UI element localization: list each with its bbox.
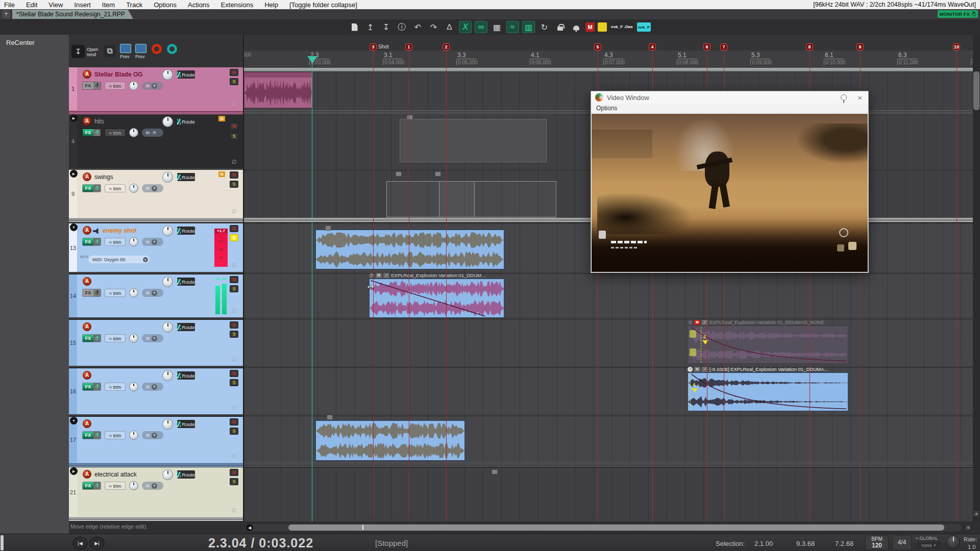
phase-button[interactable]: ∅ — [230, 262, 238, 269]
metronome-icon[interactable]: ∆ — [443, 21, 456, 33]
collapse-icon[interactable]: ▶ — [70, 467, 78, 475]
horizontal-scroll-thumb[interactable] — [288, 524, 944, 531]
open-project-icon[interactable]: ↥ — [364, 21, 377, 33]
input-selector[interactable]: in▼ — [142, 431, 163, 439]
pan-knob[interactable] — [162, 116, 173, 127]
record-arm-badge[interactable]: A — [83, 117, 91, 126]
solo-button[interactable]: S — [230, 379, 238, 386]
menu-track[interactable]: Track — [126, 1, 142, 9]
route-button[interactable]: Route — [177, 323, 195, 331]
pan-knob[interactable] — [162, 469, 173, 480]
record-arm-badge[interactable]: A — [83, 277, 91, 286]
menu-help[interactable]: Help — [264, 1, 278, 9]
trim-button[interactable]: ≈trim — [105, 129, 126, 137]
menu-options[interactable]: Options — [154, 1, 177, 9]
item-grouping-icon[interactable]: ∞ — [475, 21, 487, 33]
record-arm-badge[interactable]: A — [83, 226, 91, 235]
arrange-lane-21[interactable] — [244, 467, 973, 517]
trim-knob[interactable] — [129, 128, 138, 137]
media-item-track1[interactable] — [244, 72, 312, 108]
collapse-icon[interactable]: ▶ — [70, 114, 78, 122]
item-handle[interactable] — [327, 415, 333, 420]
zoom-in-button[interactable]: + — [973, 510, 980, 517]
item-mute-icon[interactable]: M — [694, 367, 700, 372]
track-name[interactable]: swings — [94, 173, 113, 181]
edit-cursor-head[interactable] — [307, 56, 317, 63]
pan-knob[interactable] — [162, 370, 173, 381]
solo-button[interactable]: S — [230, 78, 238, 85]
item-knob-icon[interactable]: ◔ — [688, 367, 693, 372]
track-panel-16[interactable]: 16 A Route FX ≈trim in▼ M S ∅ — [69, 367, 244, 414]
menu-item[interactable]: Item — [102, 1, 115, 9]
fx-button[interactable]: FX — [82, 482, 101, 490]
marker-8[interactable]: 8 — [806, 43, 813, 51]
auto-crossfade-icon[interactable]: X — [459, 21, 472, 33]
item-mute-icon[interactable]: M — [694, 320, 700, 325]
record-arm-badge[interactable]: A — [83, 419, 91, 428]
envelope-link-icon[interactable]: ≈ — [506, 21, 519, 33]
fx-button[interactable]: FX — [82, 238, 101, 246]
video-window[interactable]: Video Window × Options — [591, 91, 869, 273]
rate-knob[interactable] — [946, 535, 960, 549]
fx-button[interactable]: FX — [82, 289, 101, 297]
item-handle[interactable] — [325, 226, 331, 231]
route-button[interactable]: Route — [177, 173, 195, 181]
hzoom-in-button[interactable]: + — [965, 524, 972, 531]
trim-button[interactable]: ≈trim — [105, 82, 126, 90]
yellow-item-chip[interactable] — [598, 22, 607, 32]
mute-button[interactable]: M — [230, 69, 238, 76]
trim-knob[interactable] — [129, 481, 138, 490]
record-arm-badge[interactable]: A — [83, 172, 91, 181]
trim-knob[interactable] — [129, 237, 138, 246]
marker-2[interactable]: 2 — [443, 43, 450, 51]
scrub-strip[interactable] — [244, 68, 973, 71]
mute-button[interactable]: M — [230, 370, 238, 377]
input-selector[interactable]: in▼ — [142, 184, 163, 192]
prev-window-icon-2[interactable] — [135, 44, 146, 53]
timeline-ruler[interactable]: 2.000 2.30:03.000 3.10:04.000 3.30:05.00… — [244, 51, 973, 68]
input-selector[interactable]: in▼ — [142, 82, 163, 90]
track-name[interactable]: hits — [94, 118, 104, 125]
item-label-muted-explosion[interactable]: ○ M ⟋ EXPLReal_Explosion Variation 01_DD… — [688, 319, 848, 325]
fx-button[interactable]: FX — [82, 129, 101, 137]
mute-button[interactable]: M — [230, 321, 238, 329]
phase-button[interactable]: ∅ — [230, 453, 238, 460]
phase-button[interactable]: ∅ — [230, 100, 238, 108]
pan-knob[interactable] — [162, 226, 173, 236]
track-panel-13[interactable]: ▼ 13 A enemy shot Route FX ≈trim in▼ IN … — [69, 223, 244, 272]
solo-button[interactable]: S — [230, 331, 238, 338]
nvk-folder-das-button[interactable]: nvk_F -Das — [610, 22, 634, 32]
input-selector[interactable]: in▼ — [142, 238, 163, 246]
fx-button[interactable]: FX — [82, 431, 101, 439]
time-signature-box[interactable]: 4/4 — [892, 535, 912, 550]
input-selector[interactable]: in▼ — [142, 129, 163, 137]
scroll-left-icon[interactable]: ◀ — [246, 524, 253, 531]
trim-knob[interactable] — [129, 382, 138, 391]
phase-button[interactable]: ∅ — [230, 404, 238, 412]
close-icon[interactable]: × — [857, 93, 862, 102]
new-project-icon[interactable] — [348, 21, 361, 33]
trim-knob[interactable] — [129, 431, 138, 440]
prev-window-icon[interactable] — [120, 44, 131, 53]
track-name[interactable]: electrical attack — [94, 471, 137, 478]
marker-7[interactable]: 7 — [720, 43, 727, 51]
media-item-explosion-14[interactable] — [369, 279, 504, 318]
new-tab-button[interactable]: + — [2, 10, 10, 18]
transport-time-display[interactable]: 2.3.04 / 0:03.022 — [208, 536, 313, 550]
pin-icon[interactable] — [841, 94, 847, 101]
trim-knob[interactable] — [129, 288, 138, 297]
selection-end[interactable]: 9.3.68 — [796, 540, 815, 547]
snap-grid-icon[interactable]: ▥ — [522, 21, 535, 33]
item-mute-icon[interactable]: M — [376, 273, 382, 278]
track-number[interactable]: 4 — [69, 114, 77, 168]
route-button[interactable]: Route — [177, 227, 195, 235]
record-arm-badge[interactable]: A — [83, 322, 91, 331]
collapse-icon[interactable]: ▼ — [70, 417, 78, 424]
phase-button[interactable]: ∅ — [230, 158, 238, 166]
midi-input-selector[interactable]: MIDI: Oxygen 88:▼ — [88, 256, 150, 263]
menu-toggle-folder-collapse[interactable]: [Toggle folder collapse] — [289, 1, 357, 9]
item-handle[interactable] — [396, 171, 402, 177]
mute-button[interactable]: M — [230, 122, 238, 130]
media-item-track17[interactable] — [315, 420, 465, 461]
track-panel-14[interactable]: 14 A Route FX ≈trim in▼ M S ∅ — [69, 273, 244, 317]
